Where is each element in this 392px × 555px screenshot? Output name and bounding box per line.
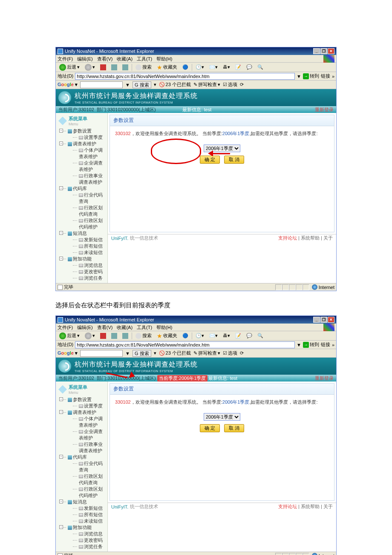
tree-item-new-msg[interactable]: 发新短信 [73, 505, 107, 512]
popup-blocker[interactable]: 🚫 23 个已拦截 [159, 350, 191, 356]
search-button[interactable]: 搜索 [134, 332, 153, 340]
forward-button[interactable]: ▾ [83, 332, 97, 340]
menu-tools[interactable]: 工具(T) [137, 55, 152, 62]
tree-item-enterprise[interactable]: 企业调查表维护 [73, 160, 107, 173]
tree-item-all-msg[interactable]: 所有短信 [73, 512, 107, 518]
forum-link[interactable]: 支持论坛 [278, 504, 297, 509]
links-more[interactable]: » [332, 342, 334, 347]
menu-favorites[interactable]: 收藏(A) [117, 55, 133, 62]
spellcheck[interactable]: ✎ 拼写检查 ▾ [193, 350, 220, 356]
tree-group-param[interactable]: -参数设置 设置季度 [62, 396, 107, 409]
quarter-select[interactable]: 2006年1季度 [204, 145, 240, 152]
edit-button[interactable]: 📝 [233, 332, 243, 340]
links-label[interactable]: 链接 [321, 73, 330, 79]
refresh-button[interactable] [110, 332, 119, 340]
popup-blocker[interactable]: 🚫 23 个已拦截 [159, 81, 191, 88]
history-button[interactable]: 🕒▾ [194, 64, 206, 71]
favorites-button[interactable]: ★收藏夹 [155, 64, 179, 71]
maximize-button[interactable]: ❐ [320, 48, 327, 54]
relogin-link[interactable]: 重新登录 [315, 375, 334, 382]
history-button[interactable]: 🕒▾ [194, 332, 206, 340]
google-search-button[interactable]: G 搜索 [133, 350, 151, 357]
research-button[interactable]: 🔍 [256, 332, 265, 340]
quarter-select[interactable]: 2006年1季度 [204, 413, 240, 421]
tree-item-unread-msg[interactable]: 未读短信 [73, 249, 107, 256]
help-link[interactable]: 系统帮助 [301, 235, 320, 240]
menu-help[interactable]: 帮助(H) [156, 55, 172, 62]
google-more[interactable]: ⟳ [240, 350, 244, 356]
tree-item-industry-code[interactable]: 行业代码查询 [73, 460, 107, 473]
back-button[interactable]: 后退 ▾ [58, 64, 81, 71]
maximize-button[interactable]: ❐ [320, 317, 327, 323]
tree-item-change-pwd[interactable]: 更改密码 [73, 537, 107, 543]
mail-button[interactable]: ✉️▾ [208, 332, 219, 340]
tree-item-region-query[interactable]: 行政区划代码查询 [73, 473, 107, 486]
tree-group-msg[interactable]: -短消息 发新短信 所有短信 未读短信 [62, 230, 107, 256]
tree-group-survey[interactable]: -调查表维护 个体户调查表维护 企业调查表维护 行政事业调查表维护 [62, 409, 107, 454]
tree-group-extra[interactable]: -附加功能 浏览信息 更改密码 浏览任务 [62, 256, 107, 281]
home-button[interactable] [121, 332, 130, 340]
tree-item-set-quarter[interactable]: 设置季度 [73, 403, 107, 409]
forward-button[interactable]: ▾ [83, 64, 97, 71]
close-button[interactable]: ✕ [328, 48, 334, 54]
tree-group-code[interactable]: -代码库 行业代码查询 行政区划代码查询 行政区划代码维护 [62, 454, 107, 499]
tree-item-browse-task[interactable]: 浏览任务 [73, 275, 107, 281]
tree-item-admin[interactable]: 行政事业调查表维护 [73, 441, 107, 454]
ok-button[interactable]: 确 定 [200, 424, 220, 432]
menu-view[interactable]: 查看(V) [97, 324, 113, 331]
google-search-button[interactable]: G 搜索 [133, 81, 151, 88]
tree-item-individual[interactable]: 个体户调查表维护 [73, 147, 107, 160]
ok-button[interactable]: 确 定 [200, 156, 220, 164]
url-dropdown[interactable]: ▼ [297, 74, 301, 79]
media-button[interactable]: 🔵 [181, 64, 190, 71]
google-search-input[interactable] [80, 350, 123, 357]
menu-edit[interactable]: 编辑(E) [77, 55, 93, 62]
help-link[interactable]: 系统帮助 [301, 504, 320, 509]
go-button[interactable]: →转到 [303, 73, 319, 79]
close-button[interactable]: ✕ [328, 317, 334, 323]
search-button[interactable]: 搜索 [134, 64, 153, 71]
go-button[interactable]: →转到 [303, 341, 319, 348]
spellcheck[interactable]: ✎ 拼写检查 ▾ [193, 81, 220, 88]
tree-item-browse-info[interactable]: 浏览信息 [73, 262, 107, 269]
menu-favorites[interactable]: 收藏(A) [117, 324, 133, 331]
tree-group-param[interactable]: -参数设置 设置季度 [62, 128, 107, 141]
tree-item-unread-msg[interactable]: 未读短信 [73, 518, 107, 524]
relogin-link[interactable]: 重新登录 [315, 107, 334, 113]
google-search-input[interactable] [80, 81, 123, 88]
tree-item-individual[interactable]: 个体户调查表维护 [73, 416, 107, 428]
tree-group-survey[interactable]: -调查表维护 个体户调查表维护 企业调查表维护 行政事业调查表维护 [62, 141, 107, 185]
tree-item-industry-code[interactable]: 行业代码查询 [73, 192, 107, 205]
tree-item-admin[interactable]: 行政事业调查表维护 [73, 173, 107, 185]
links-more[interactable]: » [332, 74, 334, 79]
menu-file[interactable]: 文件(F) [58, 324, 73, 331]
media-button[interactable]: 🔵 [181, 332, 190, 340]
minimize-button[interactable]: _ [313, 48, 320, 54]
about-link[interactable]: 关于 [323, 235, 333, 240]
tree-group-code[interactable]: -代码库 行业代码查询 行政区划代码查询 行政区划代码维护 [62, 185, 107, 230]
home-button[interactable] [121, 64, 130, 71]
mail-button[interactable]: ✉️▾ [208, 64, 219, 71]
menu-view[interactable]: 查看(V) [97, 55, 113, 62]
stop-button[interactable] [98, 64, 108, 71]
about-link[interactable]: 关于 [323, 504, 333, 509]
back-button[interactable]: 后退 ▾ [58, 332, 81, 340]
menu-help[interactable]: 帮助(H) [156, 324, 172, 331]
tree-item-browse-info[interactable]: 浏览信息 [73, 531, 107, 537]
tree-item-region-maintain[interactable]: 行政区划代码维护 [73, 217, 107, 230]
google-options[interactable]: ☑ 选项 [223, 350, 237, 356]
favorites-button[interactable]: ★收藏夹 [155, 332, 179, 340]
tree-item-browse-task[interactable]: 浏览任务 [73, 543, 107, 550]
research-button[interactable]: 🔍 [256, 64, 265, 71]
tree-item-region-maintain[interactable]: 行政区划代码维护 [73, 486, 107, 499]
menu-edit[interactable]: 编辑(E) [77, 324, 93, 331]
menu-file[interactable]: 文件(F) [58, 55, 73, 62]
tree-item-change-pwd[interactable]: 更改密码 [73, 269, 107, 275]
google-more[interactable]: ⟳ [240, 82, 244, 87]
url-input[interactable] [75, 341, 295, 348]
cancel-button[interactable]: 取 消 [224, 424, 244, 432]
tree-group-extra[interactable]: -附加功能 浏览信息 更改密码 浏览任务 [62, 524, 107, 550]
links-label[interactable]: 链接 [321, 341, 330, 348]
menu-tools[interactable]: 工具(T) [137, 324, 152, 331]
minimize-button[interactable]: _ [313, 317, 320, 323]
